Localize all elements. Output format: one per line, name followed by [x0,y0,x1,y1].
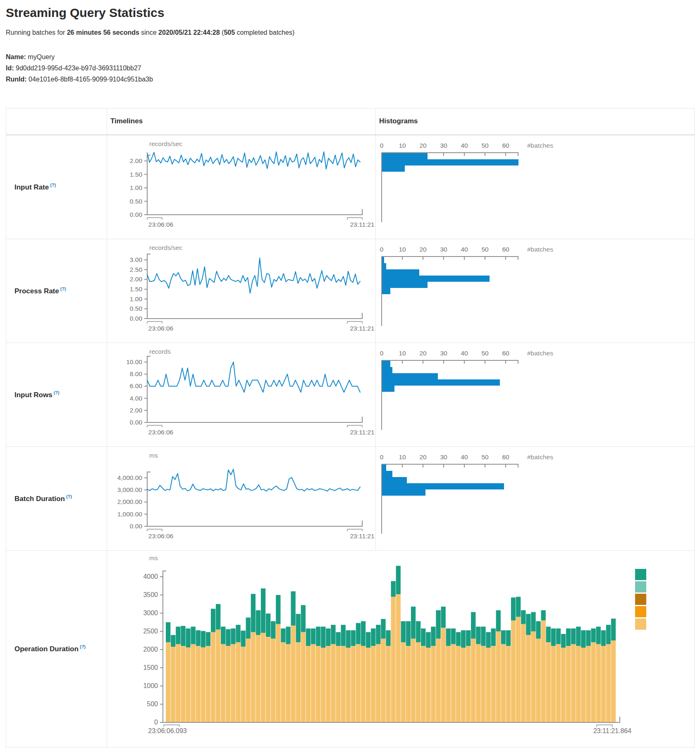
stacked-bar-bottom [536,638,540,722]
stacked-bar-top [371,628,375,646]
stacked-bar-bottom [491,646,496,722]
histogram-bar [382,282,428,288]
stacked-bar-top [421,628,425,646]
stacked-bar-top [516,597,521,616]
stacked-bar-bottom [386,646,390,722]
stacked-bar-top [251,594,256,632]
chart-text: 30 [440,246,447,253]
stacked-bar-top [301,605,306,632]
stacked-bar-top [246,617,251,638]
stacked-bar-bottom [176,644,180,722]
stacked-bar-bottom [266,637,270,722]
stacked-bar-top [581,630,585,647]
legend-swatch [635,606,646,617]
stacked-bar-bottom [591,642,596,722]
stacked-bar-top [561,634,566,647]
chart-text: 50 [481,142,489,149]
stacked-bar-top [476,626,480,644]
stacked-bar-bottom [211,632,215,722]
histogram-bar [382,269,419,276]
query-runid-label: RunId: [6,76,27,83]
stacked-bar-bottom [486,647,490,722]
histogram-bar [382,373,438,379]
stacked-bar-bottom [276,624,280,722]
operation-duration-legend [635,569,646,630]
stacked-bar-bottom [496,631,501,722]
stacked-bar-bottom [466,646,471,722]
stacked-bar-bottom [346,647,351,722]
chart-text: 0 [380,350,384,357]
help-icon[interactable]: (?) [53,390,60,395]
chart-text: 23:11:21 [350,325,374,332]
stacked-bar-bottom [531,631,535,722]
chart-text: 0 [380,246,384,253]
histogram-cell-batch-duration: 0102030405060#batches [376,446,695,550]
stacked-bar-top [206,632,210,645]
completed-batch-count: 505 [224,29,235,36]
chart-text: records [149,348,171,355]
stacked-bar-top [611,619,616,640]
stacked-bar-bottom [526,635,530,722]
stacked-bar-top [351,630,356,646]
chart-text: 23:11:21 [350,221,374,228]
stacked-bar-top [281,628,285,642]
stacked-bar-top [556,628,561,644]
histogram-bar [382,263,386,269]
stacked-bar-bottom [361,646,366,722]
stacked-bar-bottom [256,635,260,722]
stacked-bar-bottom [326,646,330,722]
chart-text: 1500 [143,664,158,671]
histogram-cell-input-rows: 0102030405060#batches [376,343,695,446]
metric-label-text: Process Rate [14,287,59,295]
stacked-bar-top [411,607,416,638]
stacked-bar-top [451,628,456,644]
chart-text: 30 [440,453,447,460]
stacked-bar-top [496,610,501,631]
chart-text: 10.00 [126,358,142,365]
stacked-bar-top [296,614,301,642]
chart-text: 3,000.00 [117,486,143,493]
stacked-bar-top [241,631,246,647]
chart-text: 60 [502,453,509,460]
histogram-bar [382,367,392,373]
chart-text: 1.50 [130,285,143,293]
stacked-bar-top [586,630,590,646]
help-icon[interactable]: (?) [79,644,86,649]
help-icon[interactable]: (?) [59,286,66,291]
stacked-bar-bottom [281,642,285,722]
stacked-bar-top [576,626,581,646]
stacked-bar-top [286,626,290,644]
histogram-bar [382,471,392,477]
stacked-bar-bottom [456,646,461,722]
stacked-bar-top [531,612,535,631]
query-info: Name: myQuery Id: 9d0dd219-995d-423e-b97… [6,51,694,85]
help-icon[interactable]: (?) [65,494,72,499]
stacked-bar-top [211,609,215,632]
stacked-bar-bottom [381,638,385,722]
stacked-bar-top [311,628,315,644]
stacked-bar-bottom [301,632,306,722]
stacked-bar-top [316,626,320,646]
stacked-bar-top [221,626,225,644]
timeline-cell-input-rows: records10.008.006.004.002.000.0023:06:06… [107,343,376,446]
stacked-bar-bottom [166,642,170,722]
chart-text: 10 [399,350,406,357]
stacked-bar-bottom [261,633,265,722]
stacked-bar-bottom [321,647,325,722]
chart-text: 23:06:06 [148,325,173,332]
chart-text: 0.00 [130,211,143,218]
metric-label-input-rate: Input Rate (?) [6,135,107,239]
stacked-bar-top [471,612,475,638]
stacked-bar-top [171,635,175,646]
query-id-line: Id: 9d0dd219-995d-423e-b97d-36931110bb27 [6,62,694,74]
chart-text: 23:06:06 [148,221,173,228]
help-icon[interactable]: (?) [49,182,56,187]
stacked-bar-top [186,628,190,647]
stacked-bar-bottom [246,638,251,722]
chart-text: 3500 [143,591,158,598]
stacked-bar-top [506,630,511,646]
histogram-bar [382,165,405,172]
stacked-bar-bottom [521,624,526,722]
stacked-bar-top [596,626,601,644]
chart-text: 0 [154,719,158,726]
